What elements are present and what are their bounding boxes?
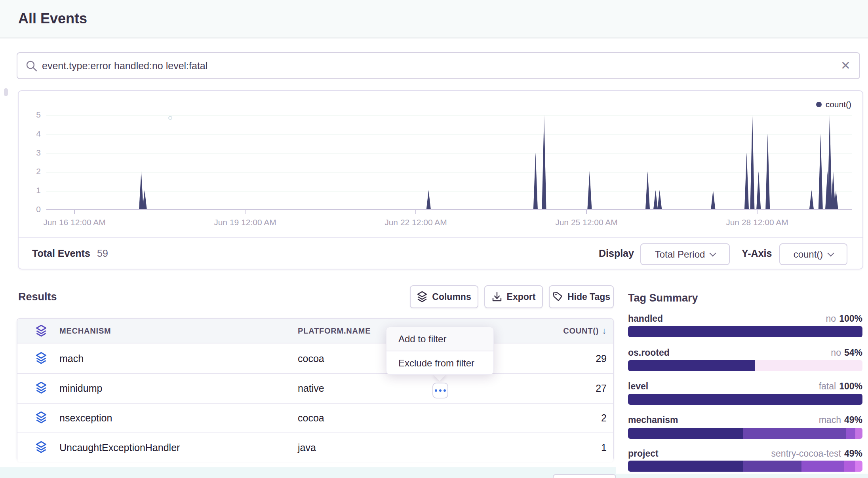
tag-value: sentry-cocoa-test49% [771, 448, 862, 459]
chart-spike [711, 190, 715, 209]
chart-spike [819, 134, 823, 209]
tag-icon [552, 292, 563, 302]
chart-spike [828, 115, 832, 209]
tag-top-value: no [831, 347, 841, 358]
tag-value: fatal100% [819, 381, 862, 392]
x-tick [757, 210, 758, 214]
x-axis-label: Jun 16 12:00 AM [19, 218, 130, 227]
cell-platform: cocoa [298, 353, 324, 364]
ellipsis-icon [435, 389, 437, 392]
results-table: MECHANISM PLATFORM.NAME COUNT() ↓ mach c… [17, 318, 614, 461]
x-tick [74, 210, 75, 214]
chart-spike [756, 171, 761, 209]
layers-icon [36, 325, 47, 337]
x-axis-label: Jun 25 12:00 AM [531, 218, 642, 227]
tag-summary-heading: Tag Summary [628, 292, 698, 304]
table-row[interactable]: minidump native 27 [17, 374, 613, 403]
tag-percent: 100% [839, 381, 862, 391]
hide-tags-button-label: Hide Tags [567, 292, 610, 302]
chart-footer: Total Events 59 Display Total Period Y-A… [19, 237, 862, 269]
tag-bar-segment [801, 461, 844, 472]
tag-summary-panel [616, 277, 868, 474]
column-header-count[interactable]: COUNT() ↓ [563, 326, 607, 336]
tag-bar[interactable] [628, 428, 862, 439]
tag-percent: 54% [844, 347, 862, 358]
chart-spike [653, 190, 658, 209]
header-band: All Events [0, 0, 868, 38]
tag-name: mechanism [628, 415, 678, 425]
tag-name: project [628, 448, 659, 459]
columns-button-label: Columns [432, 292, 471, 302]
tag-bar[interactable] [628, 326, 862, 337]
search-bar: ✕ [17, 52, 860, 79]
tag-bar-segment [628, 360, 755, 371]
x-tick [415, 210, 416, 214]
tag-bar-segment [855, 461, 862, 472]
chart-spike [645, 171, 650, 209]
results-heading: Results [18, 291, 57, 303]
drag-handle[interactable] [4, 88, 8, 96]
table-row[interactable]: nsexception cocoa 2 [17, 404, 613, 432]
export-icon [492, 292, 502, 302]
cell-mechanism: nsexception [59, 412, 112, 424]
chevron-down-icon [828, 250, 834, 256]
tag-row-label: project sentry-cocoa-test49% [628, 448, 862, 459]
tag-bar-segment [844, 461, 856, 472]
cell-platform: java [298, 442, 316, 453]
tag-bar[interactable] [628, 360, 862, 371]
cell-mechanism: UncaughtExceptionHandler [59, 442, 180, 453]
chart-spike [809, 190, 814, 209]
table-row[interactable]: UncaughtExceptionHandler java 1 [17, 433, 613, 462]
cell-mechanism: minidump [59, 383, 102, 394]
export-button[interactable]: Export [484, 285, 543, 308]
export-button-label: Export [507, 292, 536, 302]
layers-icon [36, 382, 47, 394]
tag-value: mach49% [819, 415, 862, 425]
tag-top-value: no [826, 313, 836, 324]
tag-row-label: os.rooted no54% [628, 347, 862, 358]
tag-row-label: handled no100% [628, 313, 862, 324]
tag-top-value: sentry-cocoa-test [771, 448, 841, 459]
search-icon [25, 60, 38, 72]
tag-bar-segment [846, 428, 856, 439]
all-events-page: All Events ✕ count() 5 4 3 2 1 0 [0, 0, 868, 478]
column-header-mechanism[interactable]: MECHANISM [59, 326, 111, 336]
chart-spike [657, 190, 662, 209]
chevron-down-icon [710, 250, 716, 256]
tag-percent: 49% [844, 415, 862, 425]
chart-panel: count() 5 4 3 2 1 0 Jun 16 12:00 AM Jun … [18, 90, 863, 269]
menu-item-add-to-filter[interactable]: Add to filter [386, 327, 493, 351]
chart-spike [750, 115, 754, 209]
cell-platform: native [298, 383, 324, 394]
tag-bar[interactable] [628, 461, 862, 472]
clear-search-icon[interactable]: ✕ [841, 59, 851, 72]
cell-count: 2 [601, 412, 607, 424]
display-dropdown[interactable]: Total Period [640, 243, 730, 265]
hide-tags-button[interactable]: Hide Tags [549, 285, 614, 308]
tag-bar-segment [628, 326, 862, 337]
search-input[interactable] [42, 54, 834, 78]
table-row[interactable]: mach cocoa 29 [17, 344, 613, 373]
tag-bar[interactable] [628, 394, 862, 405]
tag-top-value: mach [819, 415, 841, 425]
chart-spikes [19, 91, 862, 210]
chart-spike [744, 152, 749, 209]
display-dropdown-value: Total Period [655, 249, 705, 260]
tag-name: handled [628, 313, 663, 324]
cell-count: 29 [596, 353, 607, 364]
cell-count: 27 [596, 383, 607, 394]
tag-bar-segment [755, 360, 862, 371]
table-header-row: MECHANISM PLATFORM.NAME COUNT() ↓ [17, 319, 613, 343]
tag-bar-segment [743, 461, 801, 472]
menu-item-exclude-from-filter[interactable]: Exclude from filter [386, 352, 493, 374]
layers-icon [417, 291, 427, 302]
ellipsis-button[interactable] [432, 383, 448, 398]
yaxis-dropdown[interactable]: count() [779, 243, 847, 265]
x-tick [586, 210, 587, 214]
pagination-button-sliver[interactable] [553, 474, 616, 478]
columns-button[interactable]: Columns [410, 285, 478, 308]
cell-mechanism: mach [59, 353, 84, 364]
tag-bar-segment [628, 428, 743, 439]
tag-name: level [628, 381, 648, 392]
column-header-platform[interactable]: PLATFORM.NAME [298, 326, 371, 336]
